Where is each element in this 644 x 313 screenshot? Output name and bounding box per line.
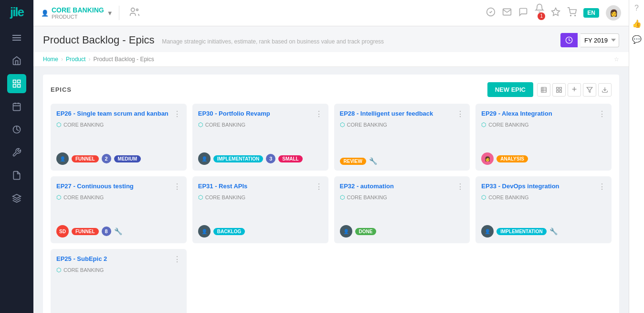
breadcrumb-current: Product Backlog - Epics <box>93 56 154 63</box>
project-icon-ep27: ⬡ <box>56 194 61 201</box>
epic-menu-ep32[interactable]: ⋮ <box>456 182 464 191</box>
sidebar-item-docs[interactable] <box>7 166 26 185</box>
page-title: Product Backlog - Epics <box>43 34 155 46</box>
epic-menu-ep27[interactable]: ⋮ <box>173 182 181 191</box>
svg-rect-21 <box>557 87 559 89</box>
view-grid-button[interactable] <box>552 83 566 97</box>
epic-project-ep31: CORE BANKING <box>205 194 245 200</box>
new-epic-button[interactable]: NEW EPIC <box>487 82 533 97</box>
user-avatar[interactable]: 👩 <box>606 5 621 21</box>
breadcrumb-sep2: › <box>88 56 90 63</box>
status-ep33: IMPLEMENTATION <box>496 228 547 235</box>
svg-rect-23 <box>557 90 559 92</box>
status-ep28: REVIEW <box>340 158 366 165</box>
view-add-button[interactable]: + <box>568 83 581 97</box>
epic-menu-ep30[interactable]: ⋮ <box>315 109 323 119</box>
epic-menu-ep26[interactable]: ⋮ <box>173 109 181 119</box>
svg-marker-13 <box>552 8 560 15</box>
project-sub: PRODUCT <box>52 14 104 20</box>
epic-menu-ep29[interactable]: ⋮ <box>598 109 606 119</box>
sidebar-item-analytics[interactable] <box>7 120 26 139</box>
epic-title-ep29[interactable]: EP29 - Alexa Integration <box>481 109 595 118</box>
epic-card-ep31: EP31 - Rest APIs ⋮ ⬡ CORE BANKING 👤 BACK… <box>192 176 328 243</box>
chat-icon[interactable] <box>518 7 528 19</box>
epics-title: EPICS <box>51 86 72 93</box>
project-icon-ep25: ⬡ <box>56 267 61 273</box>
epic-menu-ep33[interactable]: ⋮ <box>598 182 606 191</box>
epic-title-ep28[interactable]: EP28 - Intelligent user feedback <box>340 109 454 118</box>
epic-project-ep30: CORE BANKING <box>205 122 245 128</box>
fy-select[interactable]: FY 2019 FY 2020 FY 2021 <box>581 33 619 47</box>
status-ep26: FUNNEL <box>72 155 99 162</box>
project-icon: 👤 <box>41 10 49 17</box>
sidebar-item-home[interactable] <box>7 51 26 70</box>
cart-icon[interactable] <box>567 7 577 19</box>
status-ep31: BACKLOG <box>213 228 245 235</box>
project-icon-ep33: ⬡ <box>481 194 486 201</box>
page-content: EPICS NEW EPIC + <box>33 67 629 313</box>
epic-card-ep27: EP27 - Continuous testing ⋮ ⬡ CORE BANKI… <box>51 176 187 243</box>
avatar-ep27: SD <box>56 225 69 237</box>
notification-icon[interactable]: 1 <box>535 3 544 23</box>
svg-rect-2 <box>13 85 16 87</box>
fy-clock-button[interactable] <box>560 33 578 47</box>
epics-header: EPICS NEW EPIC + <box>51 82 612 97</box>
sidebar-item-tools[interactable] <box>7 143 26 162</box>
breadcrumb-star[interactable]: ☆ <box>614 56 619 63</box>
svg-rect-24 <box>560 90 561 92</box>
feedback-icon[interactable]: 💬 <box>632 35 642 44</box>
breadcrumb-product[interactable]: Product <box>66 56 85 63</box>
svg-point-10 <box>131 8 134 11</box>
sidebar-item-layers[interactable] <box>7 189 26 208</box>
project-dropdown[interactable]: ▼ <box>107 10 113 17</box>
team-icon[interactable] <box>129 7 139 20</box>
fy-selector: FY 2019 FY 2020 FY 2021 <box>560 33 619 47</box>
epic-card-ep33: EP33 - DevOps integration ⋮ ⬡ CORE BANKI… <box>475 176 612 243</box>
epic-card-ep28: EP28 - Intelligent user feedback ⋮ ⬡ COR… <box>334 104 470 171</box>
epic-title-ep32[interactable]: EP32 - automation <box>340 182 454 191</box>
view-filter-button[interactable] <box>583 83 596 97</box>
hamburger-menu[interactable] <box>7 28 26 47</box>
top-nav: 👤 CORE BANKING PRODUCT ▼ 1 <box>33 0 629 26</box>
nav-divider <box>119 6 119 20</box>
epic-menu-ep28[interactable]: ⋮ <box>456 109 464 119</box>
avatar-ep33: 👤 <box>481 225 494 237</box>
svg-rect-17 <box>541 87 547 92</box>
nav-project: 👤 CORE BANKING PRODUCT ▼ <box>41 6 113 20</box>
epic-project-ep27: CORE BANKING <box>63 194 104 200</box>
epics-panel: EPICS NEW EPIC + <box>43 75 619 313</box>
epic-menu-ep31[interactable]: ⋮ <box>315 182 323 191</box>
epic-title-ep25[interactable]: EP25 - SubEpic 2 <box>56 255 170 263</box>
breadcrumb-home[interactable]: Home <box>43 56 58 63</box>
project-name[interactable]: CORE BANKING <box>52 6 104 14</box>
epic-title-ep30[interactable]: EP30 - Portfolio Revamp <box>198 109 312 118</box>
sidebar-item-backlog[interactable] <box>7 74 26 93</box>
help-icon[interactable]: ? <box>634 4 639 12</box>
svg-point-14 <box>570 15 571 16</box>
view-export-button[interactable] <box>598 83 612 97</box>
logo[interactable]: jile <box>10 5 23 20</box>
svg-marker-25 <box>587 87 592 92</box>
count-ep30: 3 <box>266 154 275 163</box>
epic-card-ep29: EP29 - Alexa Integration ⋮ ⬡ CORE BANKIN… <box>475 104 612 171</box>
epic-menu-ep25[interactable]: ⋮ <box>173 255 181 264</box>
star-icon[interactable] <box>551 7 560 19</box>
project-icon-ep28: ⬡ <box>340 121 345 128</box>
epic-title-ep31[interactable]: EP31 - Rest APIs <box>198 182 312 191</box>
checkmark-icon[interactable] <box>486 7 496 19</box>
view-table-button[interactable] <box>537 83 550 97</box>
mail-icon[interactable] <box>502 7 512 19</box>
epic-title-ep26[interactable]: EP26 - Single team scrum and kanban <box>56 109 170 118</box>
epic-project-ep28: CORE BANKING <box>347 122 387 128</box>
epic-title-ep27[interactable]: EP27 - Continuous testing <box>56 182 170 191</box>
breadcrumb-sep1: › <box>61 56 63 63</box>
language-button[interactable]: EN <box>583 8 599 18</box>
sidebar-item-calendar[interactable] <box>7 97 26 116</box>
status-ep30: IMPLEMENTATION <box>213 155 264 162</box>
epic-project-ep32: CORE BANKING <box>347 194 387 200</box>
thumbs-up-icon[interactable]: 👍 <box>632 19 642 28</box>
avatar-ep29: 👩 <box>481 152 494 165</box>
epic-project-ep26: CORE BANKING <box>63 122 104 128</box>
epic-title-ep33[interactable]: EP33 - DevOps integration <box>481 182 595 191</box>
epic-project-ep33: CORE BANKING <box>488 194 528 200</box>
